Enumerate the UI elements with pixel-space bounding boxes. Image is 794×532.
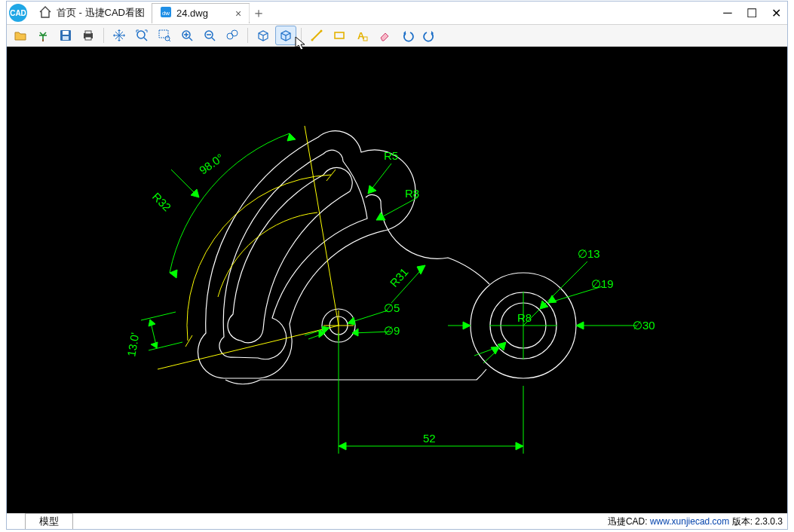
tab-strip: CAD 首页 - 迅捷CAD看图 dw 24.dwg × ＋ ─ ☐ ✕ — [7, 2, 787, 24]
svg-point-11 — [137, 31, 145, 38]
print-button[interactable] — [78, 26, 99, 45]
zoom-window-button[interactable] — [154, 26, 175, 45]
dim-d9: ∅9 — [384, 324, 400, 337]
3d-view-button[interactable] — [253, 26, 274, 45]
open-folder-button[interactable] — [10, 26, 31, 45]
svg-line-45 — [540, 261, 587, 309]
tab-close-icon[interactable]: × — [213, 8, 241, 20]
new-tab-button[interactable]: ＋ — [249, 4, 268, 22]
zoom-in-button[interactable] — [176, 26, 198, 45]
svg-rect-7 — [63, 36, 69, 40]
svg-point-17 — [231, 30, 238, 36]
svg-text:CAD: CAD — [10, 9, 26, 17]
status-bar: 模型 迅捷CAD: www.xunjiecad.com 版本: 2.3.0.3 — [7, 513, 787, 529]
measure-line-button[interactable] — [306, 26, 327, 45]
save-button[interactable] — [55, 26, 76, 45]
svg-point-18 — [311, 39, 314, 41]
text-button[interactable]: A — [351, 26, 372, 45]
toolbar: A — [7, 24, 787, 47]
zoom-out-button[interactable] — [199, 26, 220, 45]
tab-file-label: 24.dwg — [176, 8, 208, 19]
model-space-tab-label: 模型 — [39, 515, 59, 527]
dim-d30: ∅30 — [633, 319, 655, 332]
svg-rect-20 — [335, 32, 344, 38]
pan-button[interactable] — [109, 26, 130, 45]
maximize-button[interactable]: ☐ — [745, 6, 759, 20]
measure-rect-button[interactable] — [329, 26, 350, 45]
tab-home[interactable]: 首页 - 迅捷CAD看图 — [31, 3, 152, 23]
minimize-button[interactable]: ─ — [721, 6, 734, 20]
zoom-realtime-button[interactable] — [222, 26, 243, 45]
svg-line-28 — [158, 326, 339, 369]
eraser-button[interactable] — [374, 26, 395, 45]
dwg-icon: dw — [160, 6, 172, 20]
dim-d19: ∅19 — [591, 277, 614, 290]
model-space-tab[interactable]: 模型 — [25, 513, 73, 529]
dim-d5: ∅5 — [384, 301, 400, 314]
website-link[interactable]: www.xunjiecad.com — [650, 516, 729, 527]
undo-button[interactable] — [397, 26, 418, 45]
svg-rect-6 — [63, 31, 69, 35]
status-text: 迅捷CAD: www.xunjiecad.com 版本: 2.3.0.3 — [608, 515, 783, 528]
dim-R32: R32 — [150, 190, 173, 213]
home-icon — [38, 5, 52, 21]
zoom-extents-button[interactable] — [131, 26, 152, 45]
drawing-canvas[interactable]: 98.0° R32 R5 R8 R31 13.0' ∅5 ∅9 R8 ∅13 ∅… — [7, 47, 787, 513]
dim-d13: ∅13 — [578, 247, 600, 260]
tab-file[interactable]: dw 24.dwg × — [152, 3, 250, 23]
close-button[interactable]: ✕ — [769, 6, 783, 20]
dim-13: 13.0' — [124, 332, 141, 358]
tab-home-label: 首页 - 迅捷CAD看图 — [57, 6, 145, 20]
dim-52: 52 — [423, 432, 436, 445]
svg-rect-4 — [42, 39, 44, 41]
svg-point-16 — [227, 33, 233, 39]
svg-line-36 — [141, 312, 176, 320]
svg-rect-9 — [85, 31, 91, 34]
svg-line-29 — [305, 126, 339, 326]
app-logo-icon: CAD — [8, 3, 28, 23]
palm-button[interactable] — [32, 26, 54, 45]
svg-rect-10 — [85, 37, 91, 40]
svg-text:dw: dw — [162, 10, 170, 17]
svg-point-19 — [320, 30, 323, 32]
redo-button[interactable] — [419, 26, 440, 45]
dim-angle: 98.0° — [197, 151, 226, 176]
dim-R8-right: R8 — [517, 311, 532, 324]
3d-orbit-button[interactable] — [275, 26, 296, 45]
dim-R8-top: R8 — [405, 187, 419, 200]
dim-R5: R5 — [384, 149, 398, 162]
